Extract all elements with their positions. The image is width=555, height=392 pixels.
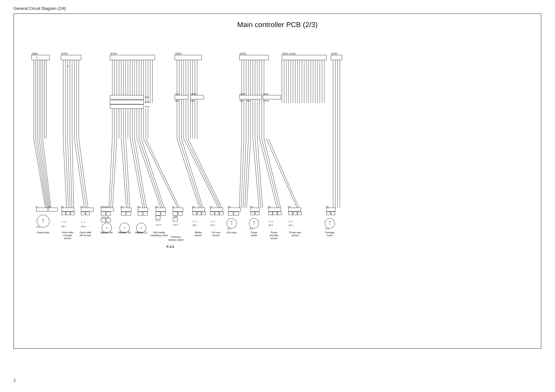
svg-rect-304 bbox=[282, 55, 326, 60]
svg-line-94 bbox=[37, 139, 48, 208]
svg-rect-242 bbox=[293, 212, 297, 215]
svg-rect-184 bbox=[143, 212, 148, 215]
svg-text:J22: J22 bbox=[267, 206, 270, 208]
svg-rect-174 bbox=[121, 208, 131, 211]
svg-text:J24: J24 bbox=[249, 206, 253, 208]
svg-text:2: 2 bbox=[231, 223, 232, 225]
svg-line-122 bbox=[182, 139, 203, 208]
svg-text:J14/J13N: J14/J13N bbox=[101, 216, 110, 218]
svg-text:3: 3 bbox=[254, 223, 255, 225]
svg-text:SR 3: SR 3 bbox=[211, 224, 215, 226]
svg-rect-216 bbox=[228, 208, 241, 211]
svg-text:✕: ✕ bbox=[106, 227, 108, 229]
svg-text:J59L: J59L bbox=[175, 100, 179, 102]
svg-line-125 bbox=[188, 139, 222, 208]
circuit-diagram: .thin { stroke: #444; stroke-width: 1.5;… bbox=[14, 14, 541, 348]
svg-rect-158 bbox=[81, 208, 93, 211]
svg-line-107 bbox=[111, 139, 115, 208]
svg-line-123 bbox=[184, 139, 218, 208]
svg-text:motor: motor bbox=[251, 234, 257, 237]
svg-text:J3: J3 bbox=[35, 206, 37, 208]
svg-text:Pressure: Pressure bbox=[171, 235, 181, 238]
svg-text:J59L: J59L bbox=[190, 100, 195, 102]
svg-text:✕: ✕ bbox=[124, 227, 125, 229]
svg-rect-191 bbox=[161, 212, 165, 215]
svg-rect-85 bbox=[263, 95, 281, 99]
svg-text:Suction fan: Suction fan bbox=[101, 231, 113, 234]
svg-rect-170 bbox=[106, 219, 111, 222]
svg-text:2←3: 2←3 bbox=[211, 221, 215, 223]
svg-rect-83 bbox=[239, 95, 262, 99]
svg-text:N-·: N-· bbox=[67, 64, 69, 67]
svg-line-137 bbox=[266, 139, 297, 208]
svg-rect-219 bbox=[234, 212, 239, 215]
svg-rect-218 bbox=[228, 212, 233, 215]
svg-text:J25N: J25N bbox=[173, 215, 178, 218]
svg-line-92 bbox=[34, 139, 45, 208]
svg-text:M: M bbox=[42, 219, 44, 221]
svg-line-130 bbox=[247, 139, 250, 208]
svg-line-136 bbox=[264, 139, 280, 208]
svg-text:3 W 3: 3 W 3 bbox=[173, 224, 178, 226]
svg-rect-243 bbox=[298, 212, 301, 215]
svg-rect-164 bbox=[101, 208, 113, 211]
svg-text:3 W 3: 3 W 3 bbox=[156, 224, 161, 226]
svg-rect-226 bbox=[250, 212, 255, 215]
svg-text:J8: J8 bbox=[172, 206, 174, 208]
svg-rect-198 bbox=[178, 212, 183, 215]
svg-rect-77 bbox=[110, 105, 144, 109]
svg-rect-235 bbox=[273, 212, 277, 215]
page-number: 2 bbox=[14, 378, 16, 383]
svg-rect-188 bbox=[156, 208, 166, 211]
svg-text:J24: J24 bbox=[191, 206, 195, 208]
svg-rect-41 bbox=[175, 55, 202, 60]
svg-line-129 bbox=[245, 139, 248, 208]
svg-text:rewinding clutch: rewinding clutch bbox=[150, 234, 168, 237]
svg-text:F-1-2: F-1-2 bbox=[167, 245, 174, 249]
svg-rect-204 bbox=[193, 212, 197, 215]
svg-line-109 bbox=[121, 139, 126, 208]
svg-rect-160 bbox=[81, 212, 85, 215]
svg-text:J17: J17 bbox=[209, 206, 212, 208]
svg-text:J200M: J200M bbox=[263, 100, 269, 102]
svg-rect-192 bbox=[156, 216, 160, 220]
svg-rect-154 bbox=[66, 212, 70, 215]
svg-rect-153 bbox=[62, 212, 66, 215]
svg-text:J2501 (cont): J2501 (cont) bbox=[282, 52, 295, 55]
svg-text:2←5: 2←5 bbox=[289, 221, 293, 223]
svg-text:J200H: J200H bbox=[263, 93, 269, 95]
svg-rect-166 bbox=[101, 212, 106, 215]
svg-line-106 bbox=[109, 139, 112, 208]
svg-line-105 bbox=[79, 139, 88, 208]
svg-text:J3101: J3101 bbox=[331, 52, 337, 55]
svg-rect-177 bbox=[126, 212, 131, 215]
svg-text:M: M bbox=[329, 221, 331, 223]
svg-text:CL 1: CL 1 bbox=[156, 220, 160, 222]
svg-text:Roll media: Roll media bbox=[153, 231, 165, 234]
svg-text:sensor: sensor bbox=[292, 234, 299, 237]
svg-text:J2704: J2704 bbox=[110, 52, 117, 55]
svg-rect-176 bbox=[121, 212, 126, 215]
svg-rect-241 bbox=[289, 212, 292, 215]
svg-text:J23: J23 bbox=[287, 206, 291, 208]
svg-rect-202 bbox=[193, 208, 205, 211]
svg-line-121 bbox=[179, 139, 201, 208]
svg-text:sensor: sensor bbox=[194, 234, 202, 237]
svg-text:J5: J5 bbox=[48, 206, 50, 208]
svg-text:J14: J14 bbox=[120, 206, 123, 208]
svg-text:Pump cam: Pump cam bbox=[290, 231, 301, 234]
svg-rect-239 bbox=[289, 208, 301, 211]
svg-text:J2701: J2701 bbox=[61, 52, 68, 55]
svg-rect-195 bbox=[173, 208, 183, 211]
svg-rect-206 bbox=[202, 212, 205, 215]
page-title: General Circuit Diagram (2/4) bbox=[14, 6, 66, 11]
svg-rect-212 bbox=[215, 212, 219, 215]
svg-rect-200 bbox=[173, 218, 177, 221]
svg-text:J511H: J511H bbox=[145, 101, 151, 103]
svg-rect-20 bbox=[110, 55, 154, 60]
svg-text:W 1: W 1 bbox=[37, 226, 40, 228]
svg-text:sensor: sensor bbox=[212, 234, 220, 237]
svg-line-135 bbox=[262, 139, 279, 208]
svg-line-103 bbox=[74, 139, 84, 208]
svg-rect-227 bbox=[255, 212, 259, 215]
